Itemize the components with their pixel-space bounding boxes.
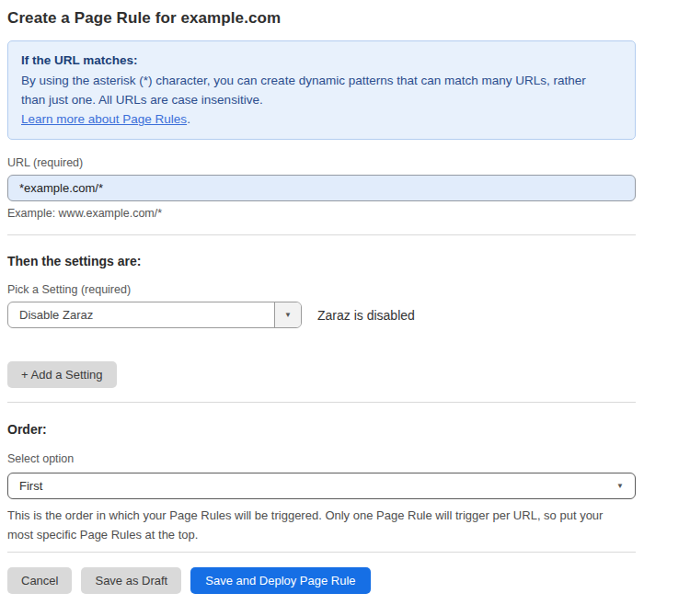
url-label: URL (required) <box>7 156 636 169</box>
info-link-line: Learn more about Page Rules. <box>21 109 622 129</box>
info-box-heading: If the URL matches: <box>21 51 622 70</box>
learn-more-link[interactable]: Learn more about Page Rules <box>21 112 187 126</box>
section-divider <box>7 234 636 235</box>
section-divider <box>7 552 636 553</box>
chevron-down-icon: ▼ <box>284 312 292 319</box>
save-and-deploy-button[interactable]: Save and Deploy Page Rule <box>190 567 370 594</box>
footer-actions: Cancel Save as Draft Save and Deploy Pag… <box>7 567 636 594</box>
setting-status-text: Zaraz is disabled <box>317 308 415 323</box>
order-helper-text: This is the order in which your Page Rul… <box>7 506 624 544</box>
setting-select-arrow-button[interactable]: ▼ <box>274 302 301 327</box>
link-suffix: . <box>187 112 190 126</box>
pick-setting-label: Pick a Setting (required) <box>7 283 636 296</box>
url-input[interactable] <box>7 175 636 201</box>
setting-select-value: Disable Zaraz <box>8 302 274 327</box>
page-title: Create a Page Rule for example.com <box>7 9 636 28</box>
order-section-heading: Order: <box>7 422 636 437</box>
info-box-body: By using the asterisk (*) character, you… <box>21 71 610 109</box>
create-page-rule-form: Create a Page Rule for example.com If th… <box>0 0 636 594</box>
setting-row: Disable Zaraz ▼ Zaraz is disabled <box>7 302 636 328</box>
url-match-info-box: If the URL matches: By using the asteris… <box>7 40 636 140</box>
save-as-draft-button[interactable]: Save as Draft <box>81 567 181 594</box>
section-divider <box>7 402 636 403</box>
add-setting-button[interactable]: + Add a Setting <box>7 361 117 388</box>
setting-select-dropdown[interactable]: Disable Zaraz ▼ <box>7 302 302 328</box>
order-select-label: Select option <box>7 452 636 465</box>
url-example-hint: Example: www.example.com/* <box>7 207 636 220</box>
chevron-down-icon: ▼ <box>616 483 624 490</box>
order-select-dropdown[interactable]: First ▼ <box>7 473 636 499</box>
cancel-button[interactable]: Cancel <box>7 567 72 594</box>
order-select-value: First <box>19 479 42 493</box>
settings-section-heading: Then the settings are: <box>7 254 636 268</box>
